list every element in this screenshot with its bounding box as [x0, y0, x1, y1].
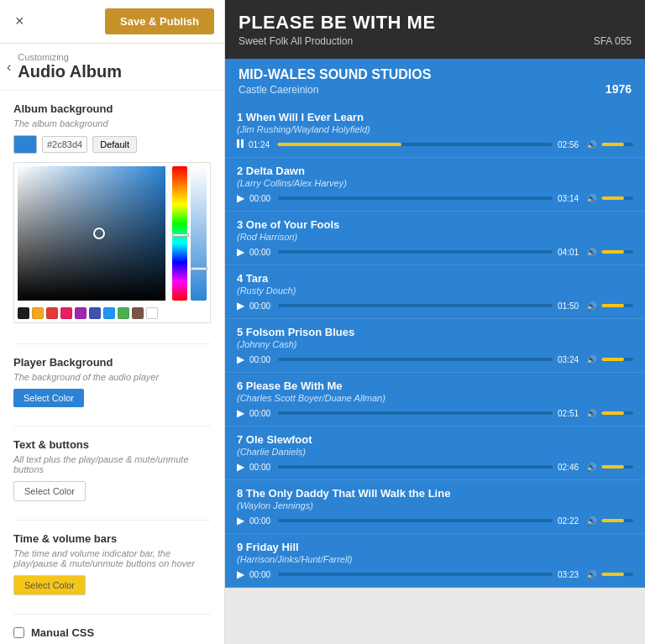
- swatch-pink[interactable]: [60, 307, 72, 319]
- track-item: 3 One of Your Fools(Rod Harrison)▶00:000…: [225, 212, 645, 265]
- progress-bar[interactable]: [278, 196, 553, 200]
- volume-bar[interactable]: [601, 465, 633, 469]
- studio-header: MID-WALES SOUND STUDIOS Castle Caereinio…: [225, 59, 645, 104]
- close-button[interactable]: ×: [10, 11, 29, 32]
- swatch-white[interactable]: [146, 307, 158, 319]
- volume-bar[interactable]: [601, 196, 633, 200]
- manual-css-label: Manual CSS: [31, 626, 94, 639]
- swatch-green[interactable]: [118, 307, 129, 319]
- time-end: 02:51: [558, 409, 581, 418]
- play-button[interactable]: ▶: [237, 353, 244, 365]
- swatch-indigo[interactable]: [89, 307, 101, 319]
- player-bg-select-color[interactable]: Select Color: [13, 389, 84, 407]
- text-buttons-select-color[interactable]: Select Color: [13, 481, 86, 501]
- track-name: 4 Tara: [237, 272, 633, 285]
- time-volume-title: Time & volume bars: [13, 532, 211, 545]
- time-start: 00:00: [249, 248, 273, 257]
- track-name: 7 Ole Slewfoot: [237, 433, 633, 446]
- album-background-section: Album background The album background #2…: [13, 102, 211, 344]
- progress-bar[interactable]: [278, 573, 553, 576]
- current-color-swatch[interactable]: [13, 135, 37, 154]
- play-button[interactable]: ▶: [237, 407, 244, 419]
- volume-icon[interactable]: 🔊: [586, 355, 596, 364]
- time-volume-section: Time & volume bars The time and volume i…: [13, 532, 211, 615]
- hue-slider[interactable]: [172, 166, 188, 301]
- swatch-red[interactable]: [46, 307, 58, 319]
- track-name: 2 Delta Dawn: [237, 165, 633, 177]
- album-header: PLEASE BE WITH ME Sweet Folk All Product…: [225, 0, 645, 59]
- volume-icon[interactable]: 🔊: [586, 301, 596, 311]
- track-item: 2 Delta Dawn(Larry Collins/Alex Harvey)▶…: [225, 158, 645, 212]
- volume-bar[interactable]: [601, 358, 633, 361]
- progress-bar[interactable]: [277, 143, 553, 146]
- volume-icon[interactable]: 🔊: [586, 570, 596, 579]
- volume-icon[interactable]: 🔊: [586, 194, 596, 203]
- track-item: 8 The Only Daddy That Will Walk the Line…: [225, 480, 645, 534]
- volume-bar[interactable]: [601, 304, 633, 307]
- track-list: 1 When Will I Ever Learn(Jim Rushing/Way…: [225, 104, 645, 588]
- track-item: 6 Please Be With Me(Charles Scott Boyer/…: [225, 373, 645, 427]
- player-row: ▶00:0003:14🔊: [237, 192, 633, 204]
- swatch-purple[interactable]: [75, 307, 87, 319]
- progress-bar[interactable]: [278, 411, 553, 415]
- player-row: ▶00:0002:51🔊: [237, 407, 633, 419]
- volume-icon[interactable]: 🔊: [586, 409, 596, 418]
- volume-bar[interactable]: [601, 573, 633, 576]
- volume-icon[interactable]: 🔊: [586, 463, 596, 472]
- default-button[interactable]: Default: [92, 136, 137, 153]
- volume-bar[interactable]: [601, 250, 633, 254]
- play-button[interactable]: ▶: [237, 192, 244, 204]
- hex-value: #2c83d4: [42, 136, 87, 153]
- album-bg-desc: The album background: [13, 118, 211, 128]
- hue-handle: [172, 233, 189, 237]
- time-end: 02:46: [558, 463, 581, 472]
- track-author: (Harrison/Jinks/Hunt/Farrell): [237, 554, 633, 564]
- swatch-brown[interactable]: [132, 307, 144, 319]
- progress-bar[interactable]: [278, 304, 553, 307]
- volume-bar[interactable]: [601, 519, 633, 522]
- play-button[interactable]: ▶: [237, 300, 244, 312]
- time-start: 00:00: [249, 570, 273, 579]
- player-bg-desc: The background of the audio player: [13, 372, 211, 382]
- volume-icon[interactable]: 🔊: [586, 140, 596, 149]
- play-button[interactable]: ▶: [237, 461, 244, 473]
- color-picker[interactable]: [13, 162, 211, 323]
- progress-bar[interactable]: [278, 465, 553, 469]
- swatch-black[interactable]: [18, 307, 29, 319]
- color-gradient[interactable]: [18, 166, 165, 301]
- play-button[interactable]: ▶: [237, 246, 244, 258]
- volume-icon[interactable]: 🔊: [586, 516, 596, 526]
- manual-css-checkbox[interactable]: [13, 627, 24, 638]
- pause-button[interactable]: [237, 139, 244, 150]
- opacity-slider[interactable]: [191, 166, 207, 301]
- time-end: 02:22: [558, 516, 581, 526]
- play-button[interactable]: ▶: [237, 515, 244, 526]
- play-button[interactable]: ▶: [237, 568, 244, 580]
- track-author: (Waylon Jennings): [237, 500, 633, 510]
- volume-bar[interactable]: [601, 411, 633, 415]
- progress-bar[interactable]: [278, 358, 553, 361]
- track-name: 1 When Will I Ever Learn: [237, 111, 633, 123]
- back-button[interactable]: ‹: [7, 60, 11, 75]
- customizing-label: Customizing: [18, 52, 122, 62]
- progress-bar[interactable]: [278, 519, 553, 522]
- time-end: 03:23: [558, 570, 581, 579]
- time-volume-select-color[interactable]: Select Color: [13, 575, 86, 595]
- track-author: (Jim Rushing/Wayland Holyfield): [237, 124, 633, 134]
- volume-bar[interactable]: [601, 143, 633, 146]
- player-row: ▶00:0003:24🔊: [237, 353, 633, 365]
- volume-icon[interactable]: 🔊: [586, 248, 596, 257]
- track-item: 9 Friday Hill(Harrison/Jinks/Hunt/Farrel…: [225, 534, 645, 588]
- text-buttons-section: Text & buttons All text plus the play/pa…: [13, 438, 211, 521]
- player-row: ▶00:0001:50🔊: [237, 300, 633, 312]
- save-publish-button[interactable]: Save & Publish: [105, 8, 214, 34]
- swatch-orange[interactable]: [32, 307, 44, 319]
- swatch-blue[interactable]: [103, 307, 115, 319]
- color-cursor: [93, 228, 105, 239]
- breadcrumb: ‹ Customizing Audio Album: [0, 44, 224, 91]
- panel-title: Audio Album: [18, 62, 122, 81]
- progress-bar[interactable]: [278, 250, 553, 254]
- player-row: ▶00:0003:23🔊: [237, 568, 633, 580]
- track-name: 6 Please Be With Me: [237, 380, 633, 392]
- time-start: 00:00: [249, 301, 273, 311]
